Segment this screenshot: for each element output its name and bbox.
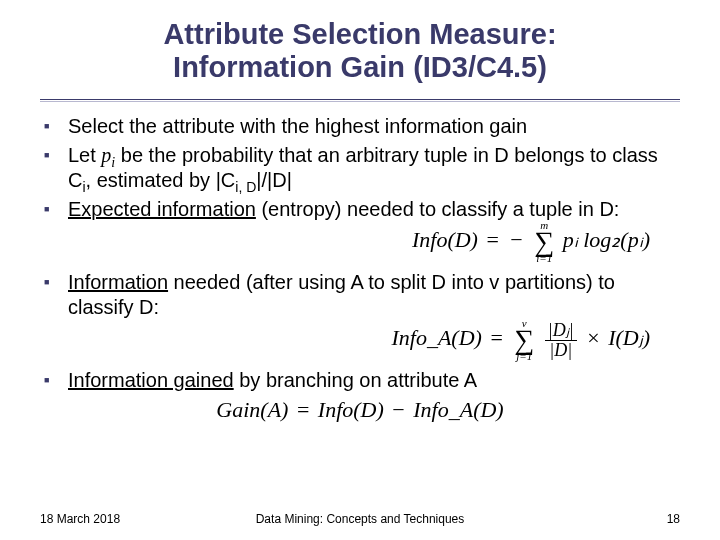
bullet-4: Information needed (after using A to spl…: [40, 270, 680, 320]
title-underline: [40, 99, 680, 100]
bullet-5: Information gained by branching on attri…: [40, 368, 680, 393]
bullet-list-2: Information needed (after using A to spl…: [40, 270, 680, 320]
sigma-icon-2: v ∑ j=1: [514, 318, 534, 362]
bullet-list-3: Information gained by branching on attri…: [40, 368, 680, 393]
title-line2: Information Gain (ID3/C4.5): [173, 51, 547, 83]
formula-gain: Gain(A) = Info(D) − Info_A(D): [40, 397, 680, 423]
bullet-3: Expected information (entropy) needed to…: [40, 197, 680, 222]
bullet-2: Let pi be the probability that an arbitr…: [40, 143, 680, 193]
sigma-icon: m ∑ i=1: [534, 220, 554, 264]
content-area: Select the attribute with the highest in…: [0, 114, 720, 424]
formula-infoA: Info_A(D) = v ∑ j=1 |Dⱼ| |D| × I(Dⱼ): [40, 318, 680, 362]
footer-center: Data Mining: Concepts and Techniques: [0, 512, 720, 526]
slide-title: Attribute Selection Measure: Information…: [40, 18, 680, 85]
title-line1: Attribute Selection Measure:: [163, 18, 556, 50]
slide: Attribute Selection Measure: Information…: [0, 0, 720, 540]
title-block: Attribute Selection Measure: Information…: [0, 0, 720, 93]
footer: 18 March 2018 Data Mining: Concepts and …: [0, 512, 720, 526]
formula-info: Info(D) = − m ∑ i=1 pᵢ log₂(pᵢ): [40, 220, 680, 264]
bullet-list: Select the attribute with the highest in…: [40, 114, 680, 222]
bullet-1: Select the attribute with the highest in…: [40, 114, 680, 139]
